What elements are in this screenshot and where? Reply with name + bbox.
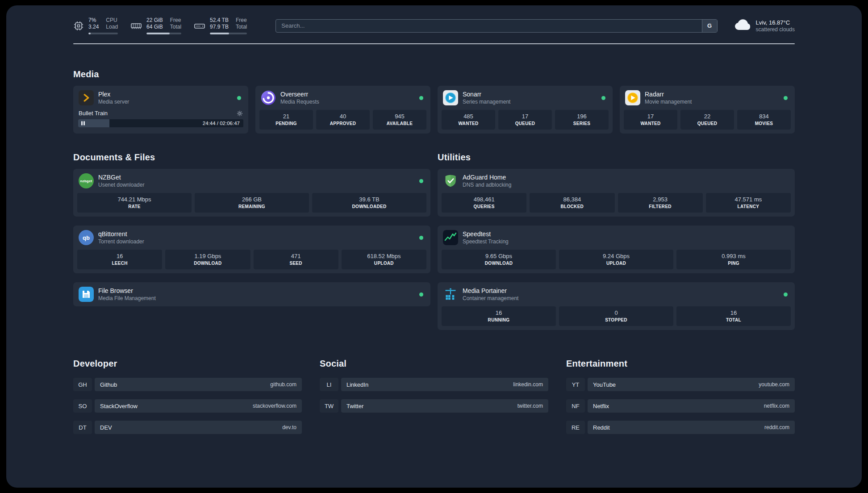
search-input[interactable] [275, 19, 717, 33]
cpu-widget: 7% 3.24 CPU Load [73, 17, 118, 34]
service-description: Movie management [645, 99, 692, 105]
stat-label: WANTED [443, 121, 493, 126]
stat-value: 834 [739, 113, 789, 120]
stat-tile: 17 WANTED [624, 110, 677, 130]
weather-condition: scattered clouds [756, 26, 795, 33]
bookmark-netflix[interactable]: NF Netflix netflix.com [566, 399, 795, 413]
pause-icon[interactable] [81, 121, 85, 125]
service-card-adguard[interactable]: AdGuard Home DNS and adblocking 498,461 … [438, 169, 795, 217]
service-card-speedtest[interactable]: Speedtest Speedtest Tracking 9.65 Gbps D… [438, 226, 795, 273]
stat-value: 266 GB [196, 196, 307, 203]
stat-tile: 40 APPROVED [316, 110, 370, 130]
stat-label: REMAINING [196, 204, 307, 209]
bookmark-youtube[interactable]: YT YouTube youtube.com [566, 378, 795, 391]
stat-tile: 266 GB REMAINING [195, 193, 309, 213]
weather-location: Lviv, 16.87°C [756, 19, 795, 26]
plex-icon [79, 90, 94, 105]
stat-value: 744.21 Mbps [79, 196, 190, 203]
stat-tile: 21 PENDING [259, 110, 313, 130]
bookmark-linkedin[interactable]: LI LinkedIn linkedin.com [320, 378, 548, 391]
bookmark-name: Reddit [593, 424, 610, 431]
stat-tile: 744.21 Mbps RATE [77, 193, 192, 213]
stat-tile: 9.24 Gbps UPLOAD [559, 250, 673, 269]
service-card-portainer[interactable]: Media Portainer Container management 16 … [438, 282, 795, 330]
service-description: Speedtest Tracking [463, 238, 509, 245]
stat-value: 618.52 Mbps [343, 253, 425, 260]
stat-label: DOWNLOADED [314, 204, 425, 209]
service-description: Media server [98, 99, 129, 105]
service-card-filebrowser[interactable]: File Browser Media File Management [73, 282, 430, 306]
section-title-documents: Documents & Files [73, 152, 430, 163]
bookmark-url: dev.to [282, 424, 296, 430]
stat-label: RATE [79, 204, 190, 209]
disk-total-label: Total [236, 24, 247, 30]
stat-value: 0 [561, 309, 672, 317]
service-card-plex[interactable]: Plex Media server Bullet Train [73, 86, 248, 134]
stat-tile: 0.993 ms PING [676, 250, 791, 269]
stat-label: TOTAL [678, 318, 789, 322]
stat-tile: 471 SEED [254, 250, 338, 269]
stat-label: APPROVED [318, 121, 368, 126]
status-dot [601, 96, 605, 100]
memory-widget: 22 GiB 64 GiB Free Total [130, 17, 181, 34]
stat-label: DOWNLOAD [443, 261, 554, 266]
memory-free-label: Free [170, 17, 181, 24]
stat-label: UPLOAD [561, 261, 672, 266]
stat-value: 86,384 [531, 196, 613, 203]
stat-tile: 196 SERIES [555, 110, 609, 130]
status-dot [419, 96, 423, 100]
qbittorrent-icon: qb [79, 230, 94, 245]
disk-free-value: 52.4 TB [210, 17, 229, 24]
search-provider-button[interactable]: G [702, 20, 717, 32]
dashboard: 7% 3.24 CPU Load [6, 5, 862, 488]
service-card-sonarr[interactable]: Sonarr Series management 485 WANTED 17 Q… [438, 86, 613, 134]
stat-value: 498,461 [443, 196, 525, 203]
gear-icon[interactable] [237, 110, 243, 117]
bookmark-twitter[interactable]: TW Twitter twitter.com [320, 399, 548, 413]
status-dot [419, 179, 423, 183]
stat-value: 9.65 Gbps [443, 253, 554, 260]
stat-value: 16 [443, 309, 554, 317]
service-name: Media Portainer [463, 287, 518, 295]
stat-value: 485 [443, 113, 493, 120]
bookmark-name: Netflix [593, 403, 609, 409]
stat-value: 39.6 TB [314, 196, 425, 203]
memory-total-value: 64 GiB [146, 24, 163, 30]
memory-free-value: 22 GiB [146, 17, 163, 24]
stat-tile: 16 TOTAL [676, 306, 791, 326]
service-name: NZBGet [98, 174, 144, 181]
memory-progress-bar [146, 33, 181, 34]
stat-value: 17 [500, 113, 550, 120]
stat-tile: 945 AVAILABLE [373, 110, 426, 130]
stat-label: UPLOAD [343, 261, 425, 266]
cloud-icon [734, 18, 751, 33]
cpu-usage-value: 7% [88, 17, 99, 24]
disk-icon [194, 21, 205, 31]
stat-tile: 2,953 FILTERED [618, 193, 703, 213]
stat-value: 40 [318, 113, 368, 120]
status-dot [237, 96, 241, 100]
service-card-nzbget[interactable]: nzbget NZBGet Usenet downloader 744.21 M… [73, 169, 430, 217]
service-name: qBittorrent [98, 230, 144, 238]
section-title-utilities: Utilities [438, 152, 795, 163]
portainer-icon [443, 287, 458, 302]
service-card-radarr[interactable]: Radarr Movie management 17 WANTED 22 QUE… [620, 86, 795, 134]
bookmark-url: linkedin.com [513, 381, 543, 388]
bookmark-dev[interactable]: DT DEV dev.to [73, 421, 302, 434]
bookmark-github[interactable]: GH Github github.com [73, 378, 302, 391]
bookmark-stackoverflow[interactable]: SO StackOverflow stackoverflow.com [73, 399, 302, 413]
bookmark-name: DEV [100, 424, 112, 431]
service-name: Sonarr [463, 91, 510, 98]
stat-tile: 834 MOVIES [737, 110, 791, 130]
section-title-social: Social [320, 359, 548, 369]
service-card-qbittorrent[interactable]: qb qBittorrent Torrent downloader 16 LEE… [73, 226, 430, 273]
service-name: Radarr [645, 91, 692, 98]
disk-free-label: Free [236, 17, 247, 24]
section-social: Social LI LinkedIn linkedin.com TW Twitt… [320, 359, 548, 434]
search-bar: G [275, 19, 717, 33]
nzbget-icon-text: nzbget [80, 179, 92, 183]
stat-label: FILTERED [620, 204, 701, 209]
disk-total-value: 97.9 TB [210, 24, 229, 30]
service-card-overseerr[interactable]: Overseerr Media Requests 21 PENDING 40 A… [255, 86, 430, 134]
bookmark-reddit[interactable]: RE Reddit reddit.com [566, 421, 795, 434]
